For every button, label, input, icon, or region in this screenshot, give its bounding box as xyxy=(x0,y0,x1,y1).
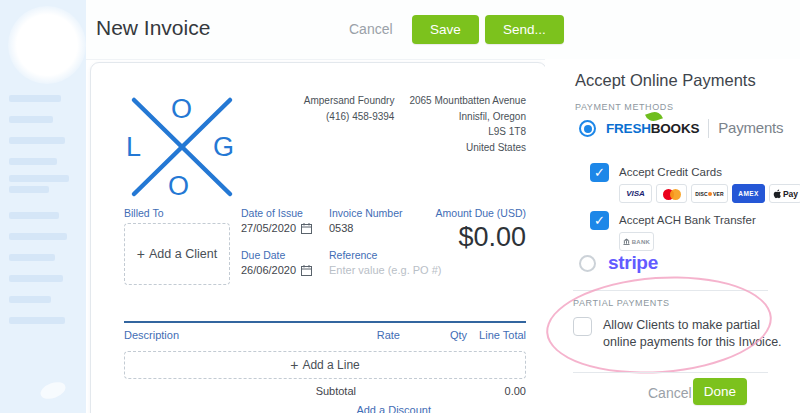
table-top-rule xyxy=(124,321,526,323)
freshbooks-wordmark-fresh: FRESH xyxy=(606,121,651,136)
divider xyxy=(573,372,768,373)
address-line: Innisfil, Oregon xyxy=(409,109,526,125)
divider xyxy=(573,290,768,291)
accept-ach-label: Accept ACH Bank Transfer xyxy=(619,211,756,226)
freshbooks-payments-option[interactable]: FRESHBOOKSPayments xyxy=(579,119,783,138)
app-sidebar xyxy=(0,0,86,413)
discover-text: VER xyxy=(713,191,724,197)
mastercard-orange-circle xyxy=(670,189,681,200)
sidebar-menu-item xyxy=(9,275,63,282)
logo-letter: O xyxy=(168,173,189,200)
amount-due-value: $0.00 xyxy=(436,222,526,253)
send-button[interactable]: Send... xyxy=(485,15,564,44)
bank-badge: BANK xyxy=(619,232,654,251)
reference-field[interactable]: Enter value (e.g. PO #) xyxy=(329,264,469,276)
subtotal-label: Subtotal xyxy=(124,385,441,397)
table-header-row: Description Rate Qty Line Total xyxy=(124,329,526,341)
logo-letter: L xyxy=(126,134,141,161)
amount-due-block: Amount Due (USD) $0.00 xyxy=(436,207,526,253)
column-header-line-total: Line Total xyxy=(467,329,526,341)
date-of-issue-field[interactable]: 27/05/2020 xyxy=(241,222,312,234)
checkbox-checked-icon[interactable]: ✓ xyxy=(590,211,609,230)
company-logo[interactable]: O L G O xyxy=(124,91,240,203)
top-bar: New Invoice Cancel Save Send... xyxy=(86,0,800,60)
apple-pay-text: Pay xyxy=(783,189,798,199)
radio-unselected-icon[interactable] xyxy=(579,255,596,272)
stripe-option[interactable]: stripe xyxy=(579,252,658,274)
checkbox-checked-icon[interactable]: ✓ xyxy=(590,163,609,182)
partial-payments-option[interactable]: Allow Clients to make partial online pay… xyxy=(573,317,789,352)
sidebar-menu-item xyxy=(9,95,61,102)
amount-due-label: Amount Due (USD) xyxy=(436,207,526,219)
partial-payments-label: Allow Clients to make partial online pay… xyxy=(603,317,789,352)
company-info[interactable]: Ampersand Foundry (416) 458-9394 2065 Mo… xyxy=(304,93,526,155)
plus-icon: + xyxy=(290,357,298,373)
sidebar-menu-item xyxy=(9,317,65,324)
invoice-card: O L G O Ampersand Foundry (416) 458-9394… xyxy=(90,62,547,413)
company-phone: (416) 458-9394 xyxy=(304,109,395,125)
logo-letter: G xyxy=(213,134,234,161)
plus-icon: + xyxy=(137,246,145,262)
subtotal-value: 0.00 xyxy=(441,385,526,397)
sidebar-bottom-highlight xyxy=(38,379,68,402)
date-of-issue-value: 27/05/2020 xyxy=(241,222,296,234)
company-name: Ampersand Foundry xyxy=(304,93,395,109)
accept-credit-cards-option[interactable]: ✓ Accept Credit Cards VISA DISCVER AMEX xyxy=(590,163,800,203)
cancel-link[interactable]: Cancel xyxy=(349,21,393,37)
sidebar-menu-item xyxy=(9,233,67,240)
radio-selected-icon[interactable] xyxy=(579,120,596,137)
done-button[interactable]: Done xyxy=(693,378,747,405)
column-header-description: Description xyxy=(124,329,340,341)
add-client-label: Add a Client xyxy=(149,247,217,261)
checkbox-unchecked-icon[interactable] xyxy=(573,317,592,336)
add-line-label: Add a Line xyxy=(302,358,359,372)
visa-icon: VISA xyxy=(619,184,652,203)
discover-text: DISC xyxy=(695,191,708,197)
invoice-meta: Billed To + Add a Client Date of Issue 2… xyxy=(124,207,526,319)
invoice-number-value: 0538 xyxy=(329,222,353,234)
column-header-qty: Qty xyxy=(400,329,467,341)
column-header-rate: Rate xyxy=(340,329,400,341)
payments-suffix: Payments xyxy=(718,119,783,136)
discover-icon: DISCVER xyxy=(691,184,728,203)
sidebar-menu-item xyxy=(9,116,53,123)
accept-ach-option[interactable]: ✓ Accept ACH Bank Transfer BANK xyxy=(590,211,756,251)
apple-logo-icon xyxy=(773,189,782,199)
calendar-icon xyxy=(301,223,312,234)
add-line-button[interactable]: + Add a Line xyxy=(124,351,526,379)
subtotal-row: Subtotal 0.00 xyxy=(124,385,526,397)
accept-credit-cards-label: Accept Credit Cards xyxy=(619,163,800,178)
panel-cancel-link[interactable]: Cancel xyxy=(648,385,692,401)
address-line: L9S 1T8 xyxy=(409,124,526,140)
discover-dot xyxy=(708,192,712,196)
due-date-label: Due Date xyxy=(241,249,312,261)
calendar-icon xyxy=(301,265,312,276)
save-button[interactable]: Save xyxy=(412,15,479,44)
bank-chip-row: BANK xyxy=(619,232,756,251)
amex-icon: AMEX xyxy=(732,184,765,203)
card-brand-chips: VISA DISCVER AMEX Pay xyxy=(619,184,800,203)
freshbooks-logo: FRESHBOOKSPayments xyxy=(606,119,783,138)
date-of-issue-label: Date of Issue xyxy=(241,207,312,219)
sidebar-menu-item xyxy=(9,175,69,182)
add-discount-link[interactable]: Add a Discount xyxy=(356,404,431,413)
mastercard-icon xyxy=(656,184,687,203)
vertical-divider xyxy=(708,119,709,138)
bank-badge-text: BANK xyxy=(632,239,651,245)
address-line: United States xyxy=(409,140,526,156)
dates-column: Date of Issue 27/05/2020 Due Date 26/06/… xyxy=(241,207,312,276)
add-client-button[interactable]: + Add a Client xyxy=(124,223,230,285)
due-date-field[interactable]: 26/06/2020 xyxy=(241,264,312,276)
company-address: 2065 Mountbatten Avenue Innisfil, Oregon… xyxy=(409,93,526,155)
sidebar-menu-item xyxy=(9,254,55,261)
freshbooks-wordmark-books: BOOKS xyxy=(651,121,700,136)
logo-letter: O xyxy=(171,96,192,123)
sidebar-menu-item xyxy=(9,158,57,165)
address-line: 2065 Mountbatten Avenue xyxy=(409,93,526,109)
billed-to-block: Billed To + Add a Client xyxy=(124,207,230,285)
sidebar-menu-item xyxy=(9,212,59,219)
company-name-phone: Ampersand Foundry (416) 458-9394 xyxy=(304,93,395,155)
billed-to-label: Billed To xyxy=(124,207,230,219)
sidebar-menu-item xyxy=(9,186,49,193)
payment-methods-section-label: PAYMENT METHODS xyxy=(575,102,674,112)
